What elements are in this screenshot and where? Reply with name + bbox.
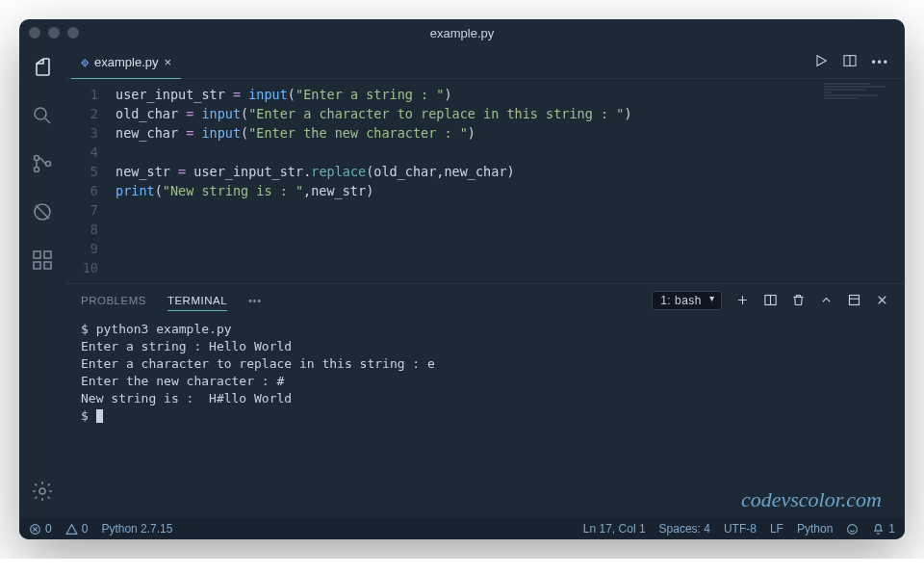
gear-icon[interactable] — [31, 480, 54, 507]
split-terminal-icon[interactable] — [763, 293, 778, 309]
svg-rect-8 — [44, 262, 51, 269]
svg-rect-7 — [34, 262, 40, 269]
source-control-icon[interactable] — [31, 152, 54, 179]
window-title: example.py — [430, 26, 494, 40]
panel: PROBLEMS TERMINAL ••• 1: bash $ python3 … — [65, 283, 905, 518]
status-python-version[interactable]: Python 2.7.15 — [101, 522, 172, 536]
status-encoding[interactable]: UTF-8 — [724, 522, 757, 536]
split-editor-icon[interactable] — [842, 53, 858, 72]
svg-point-2 — [35, 168, 39, 172]
main: ⟐ example.py × ••• 12345678910 user_inpu… — [65, 46, 905, 518]
svg-point-0 — [35, 108, 46, 119]
panel-tabs: PROBLEMS TERMINAL ••• 1: bash — [65, 284, 905, 317]
python-file-icon: ⟐ — [81, 54, 89, 69]
tab-filename: example.py — [94, 55, 158, 69]
tab-more[interactable]: ••• — [248, 295, 262, 306]
more-actions-icon[interactable]: ••• — [871, 56, 889, 69]
close-panel-icon[interactable] — [875, 293, 889, 309]
svg-point-1 — [35, 156, 39, 161]
run-icon[interactable] — [813, 53, 829, 72]
status-feedback-icon[interactable] — [846, 523, 859, 536]
editor-actions: ••• — [813, 53, 899, 72]
extensions-icon[interactable] — [31, 248, 54, 275]
status-cursor-pos[interactable]: Ln 17, Col 1 — [583, 522, 646, 536]
search-icon[interactable] — [31, 104, 54, 131]
svg-point-9 — [39, 488, 45, 494]
chevron-up-icon[interactable] — [819, 293, 834, 309]
svg-rect-12 — [850, 295, 860, 304]
trash-icon[interactable] — [791, 293, 806, 309]
panel-actions: 1: bash — [652, 291, 889, 310]
tab-problems[interactable]: PROBLEMS — [81, 295, 146, 306]
traffic-lights — [29, 27, 79, 39]
tab-bar: ⟐ example.py × ••• — [65, 46, 905, 79]
status-eol[interactable]: LF — [770, 522, 783, 536]
svg-rect-5 — [34, 251, 40, 258]
close-dot[interactable] — [29, 27, 40, 39]
tab-close-icon[interactable]: × — [164, 55, 171, 69]
vscode-window: example.py ⟐ example.py × ••• — [19, 19, 905, 539]
zoom-dot[interactable] — [67, 27, 79, 39]
minimap[interactable] — [824, 83, 901, 121]
tab-example-py[interactable]: ⟐ example.py × — [71, 46, 181, 79]
maximize-panel-icon[interactable] — [847, 293, 861, 309]
watermark: codevscolor.com — [741, 487, 882, 512]
activity-bar — [19, 46, 65, 518]
svg-rect-6 — [44, 251, 51, 258]
new-terminal-icon[interactable] — [735, 293, 750, 309]
terminal-select[interactable]: 1: bash — [652, 291, 722, 310]
status-language[interactable]: Python — [797, 522, 833, 536]
status-warnings[interactable]: 0 — [65, 522, 89, 536]
editor[interactable]: 12345678910 user_input_str = input("Ente… — [65, 79, 905, 283]
tab-terminal[interactable]: TERMINAL — [167, 295, 227, 311]
status-bar: 0 0 Python 2.7.15 Ln 17, Col 1 Spaces: 4… — [19, 518, 905, 539]
status-notifications[interactable]: 1 — [872, 522, 895, 536]
status-errors[interactable]: 0 — [29, 522, 52, 536]
status-indent[interactable]: Spaces: 4 — [659, 522, 710, 536]
explorer-icon[interactable] — [31, 56, 54, 83]
body: ⟐ example.py × ••• 12345678910 user_inpu… — [19, 46, 905, 518]
svg-point-3 — [46, 162, 51, 167]
svg-point-14 — [848, 524, 858, 534]
debug-icon[interactable] — [31, 200, 54, 227]
minimize-dot[interactable] — [48, 27, 60, 39]
code-content[interactable]: user_input_str = input("Enter a string :… — [116, 85, 905, 277]
titlebar: example.py — [19, 19, 905, 46]
line-gutter: 12345678910 — [65, 85, 116, 277]
